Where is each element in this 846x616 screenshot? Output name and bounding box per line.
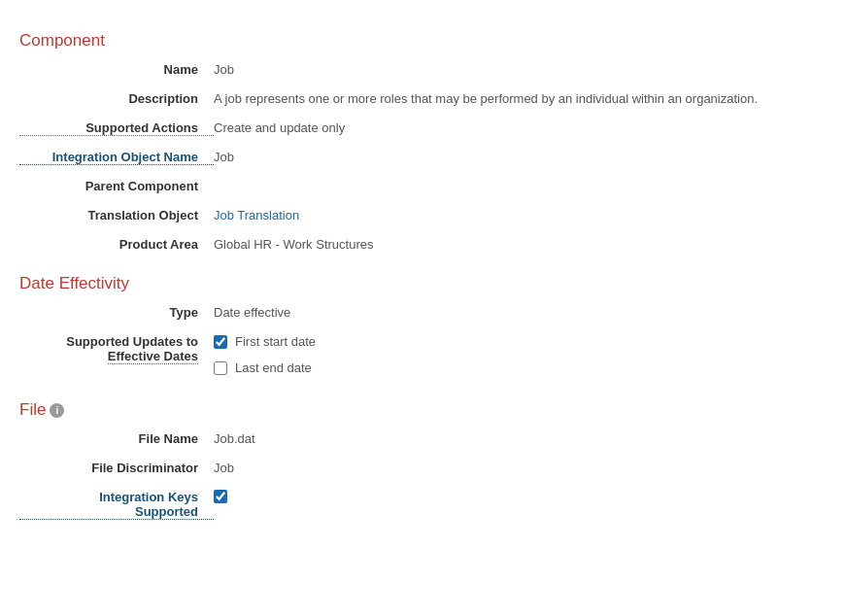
product-area-row: Product Area Global HR - Work Structures	[19, 235, 827, 258]
description-row: Description A job represents one or more…	[19, 89, 827, 113]
translation-object-label: Translation Object	[19, 206, 214, 222]
integration-object-name-label: Integration Object Name	[19, 148, 214, 165]
name-value: Job	[214, 60, 827, 77]
supported-actions-value: Create and update only	[214, 119, 827, 135]
parent-component-value	[214, 177, 827, 179]
description-value: A job represents one or more roles that …	[214, 89, 827, 106]
checkbox-group: First start date Last end date	[214, 334, 827, 381]
first-start-date-row: First start date	[214, 334, 827, 349]
file-section-header: File i	[19, 400, 827, 420]
product-area-value: Global HR - Work Structures	[214, 235, 827, 252]
integration-keys-row: Integration Keys Supported	[19, 488, 827, 520]
first-start-date-checkbox[interactable]	[214, 335, 227, 349]
translation-object-row: Translation Object Job Translation	[19, 206, 827, 229]
component-section: Component Name Job Description A job rep…	[19, 31, 827, 258]
integration-keys-checkbox-row	[214, 490, 827, 503]
type-value: Date effective	[214, 303, 827, 320]
product-area-label: Product Area	[19, 235, 214, 252]
first-start-date-label: First start date	[235, 334, 316, 349]
last-end-date-row: Last end date	[214, 360, 827, 375]
parent-component-row: Parent Component	[19, 177, 827, 200]
integration-object-name-value: Job	[214, 148, 827, 164]
file-info-icon[interactable]: i	[50, 403, 64, 418]
date-effectivity-section-title: Date Effectivity	[19, 274, 827, 293]
supported-actions-row: Supported Actions Create and update only	[19, 119, 827, 142]
supported-updates-label-line1: Supported Updates to	[66, 334, 198, 349]
name-label: Name	[19, 60, 214, 77]
component-section-title: Component	[19, 31, 827, 51]
translation-object-link[interactable]: Job Translation	[214, 208, 299, 222]
last-end-date-checkbox[interactable]	[214, 361, 227, 375]
file-name-row: File Name Job.dat	[19, 429, 827, 453]
integration-keys-checkbox[interactable]	[214, 490, 227, 503]
file-discriminator-row: File Discriminator Job	[19, 459, 827, 482]
file-discriminator-label: File Discriminator	[19, 459, 214, 475]
file-section-title: File	[19, 400, 46, 420]
integration-keys-value	[214, 488, 827, 509]
file-name-label: File Name	[19, 429, 214, 446]
integration-object-name-row: Integration Object Name Job	[19, 148, 827, 171]
parent-component-label: Parent Component	[19, 177, 214, 193]
type-label: Type	[19, 303, 214, 320]
date-effectivity-section: Date Effectivity Type Date effective Sup…	[19, 274, 827, 381]
description-label: Description	[19, 89, 214, 106]
supported-updates-checkboxes: First start date Last end date	[214, 332, 827, 381]
integration-keys-label-line1: Integration Keys	[99, 490, 198, 504]
integration-keys-label: Integration Keys Supported	[19, 488, 214, 520]
supported-actions-label: Supported Actions	[19, 119, 214, 136]
file-section: File i File Name Job.dat File Discrimina…	[19, 400, 827, 520]
name-row: Name Job	[19, 60, 827, 84]
file-name-value: Job.dat	[214, 429, 827, 446]
last-end-date-label: Last end date	[235, 360, 312, 375]
supported-updates-row: Supported Updates to Effective Dates Fir…	[19, 332, 827, 381]
type-row: Type Date effective	[19, 303, 827, 326]
integration-keys-label-line2: Supported	[135, 504, 198, 519]
file-discriminator-value: Job	[214, 459, 827, 475]
supported-updates-label-line2: Effective Dates	[108, 349, 198, 364]
supported-updates-label: Supported Updates to Effective Dates	[19, 332, 214, 363]
translation-object-value: Job Translation	[214, 206, 827, 222]
